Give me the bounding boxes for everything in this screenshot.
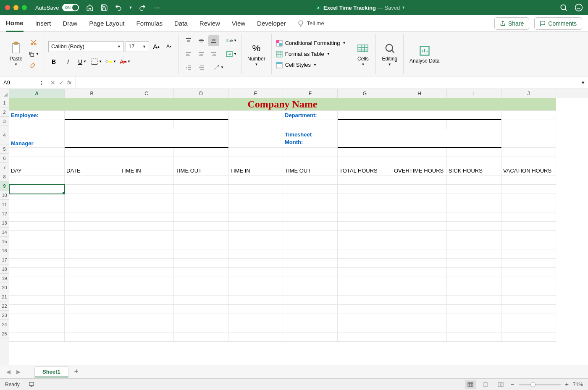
cell[interactable]: [283, 286, 338, 296]
cell[interactable]: [228, 259, 283, 268]
cell[interactable]: [501, 240, 556, 249]
row-header[interactable]: 16: [0, 246, 9, 255]
cell[interactable]: [447, 175, 501, 185]
cell[interactable]: [174, 277, 228, 286]
enter-formula-icon[interactable]: ✓: [59, 79, 64, 86]
cell[interactable]: [119, 203, 174, 212]
cell[interactable]: [9, 332, 65, 342]
cell[interactable]: [501, 305, 556, 314]
editing-button[interactable]: Editing ▼: [380, 41, 399, 67]
cell[interactable]: [9, 296, 65, 305]
cell[interactable]: [228, 120, 283, 129]
cut-button[interactable]: [28, 37, 39, 47]
cell[interactable]: [119, 240, 174, 249]
row-header[interactable]: 6: [0, 154, 9, 163]
table-header-cell[interactable]: VACATION HOURS: [501, 166, 556, 175]
department-label[interactable]: Department:: [283, 111, 338, 120]
cell[interactable]: [283, 240, 338, 249]
cell[interactable]: [65, 314, 119, 323]
cell[interactable]: [283, 259, 338, 268]
cell[interactable]: [338, 194, 392, 203]
merge-button[interactable]: ▼: [226, 49, 237, 60]
cell[interactable]: [447, 268, 501, 277]
cell[interactable]: [65, 194, 119, 203]
cell[interactable]: [228, 212, 283, 222]
table-header-cell[interactable]: TIME OUT: [283, 166, 338, 175]
employee-label[interactable]: Employee:: [9, 111, 65, 120]
cell[interactable]: [119, 231, 174, 240]
number-format-button[interactable]: % Number ▼: [246, 41, 267, 67]
row-header[interactable]: 13: [0, 218, 9, 228]
cell[interactable]: [174, 148, 228, 157]
cell[interactable]: [65, 286, 119, 296]
cell[interactable]: [501, 277, 556, 286]
cell[interactable]: [283, 148, 338, 157]
cell[interactable]: [9, 148, 65, 157]
cell[interactable]: [338, 305, 392, 314]
name-box[interactable]: A9 ▴▾: [0, 76, 46, 89]
row-header[interactable]: 21: [0, 292, 9, 301]
cell[interactable]: [447, 157, 501, 166]
copy-button[interactable]: ▼: [28, 49, 39, 59]
cell[interactable]: [174, 157, 228, 166]
cell[interactable]: [392, 203, 447, 212]
cell[interactable]: [65, 212, 119, 222]
align-top-button[interactable]: [183, 35, 194, 46]
expand-formula-bar-icon[interactable]: ▾: [578, 76, 588, 89]
cell[interactable]: [119, 314, 174, 323]
cell[interactable]: [65, 148, 119, 157]
row-header[interactable]: 22: [0, 301, 9, 311]
cell[interactable]: [174, 314, 228, 323]
row-header[interactable]: 17: [0, 255, 9, 264]
cell[interactable]: [447, 323, 501, 332]
row-header[interactable]: 15: [0, 237, 9, 246]
cell[interactable]: [9, 157, 65, 166]
tab-draw[interactable]: Draw: [63, 15, 77, 31]
row-header[interactable]: 24: [0, 320, 9, 329]
cell[interactable]: [65, 268, 119, 277]
cell[interactable]: [174, 296, 228, 305]
cell[interactable]: [392, 249, 447, 259]
cell[interactable]: [283, 175, 338, 185]
cell[interactable]: [9, 323, 65, 332]
increase-indent-button[interactable]: [196, 62, 207, 73]
cell[interactable]: [119, 332, 174, 342]
font-size-combo[interactable]: 17▼: [126, 41, 149, 52]
row-header[interactable]: 18: [0, 264, 9, 274]
company-name-cell[interactable]: Company Name: [9, 98, 556, 111]
cell[interactable]: [119, 148, 174, 157]
cell[interactable]: [9, 212, 65, 222]
add-sheet-button[interactable]: +: [70, 367, 83, 376]
align-right-button[interactable]: [208, 49, 219, 60]
employee-input[interactable]: [65, 111, 228, 120]
page-layout-view-button[interactable]: [480, 380, 491, 389]
cell[interactable]: [228, 111, 283, 120]
redo-icon[interactable]: [138, 3, 147, 12]
cell[interactable]: [228, 314, 283, 323]
row-header[interactable]: 3: [0, 117, 9, 126]
zoom-out-button[interactable]: −: [510, 381, 514, 388]
tab-review[interactable]: Review: [200, 15, 220, 31]
row-header[interactable]: 11: [0, 200, 9, 209]
column-header[interactable]: E: [228, 89, 283, 98]
cell[interactable]: [228, 305, 283, 314]
cell[interactable]: [174, 175, 228, 185]
cell[interactable]: [283, 314, 338, 323]
cell[interactable]: [447, 249, 501, 259]
cell[interactable]: [174, 194, 228, 203]
cell[interactable]: [119, 268, 174, 277]
cell[interactable]: [228, 296, 283, 305]
cell[interactable]: [501, 212, 556, 222]
cell[interactable]: [9, 249, 65, 259]
cell[interactable]: [338, 231, 392, 240]
zoom-in-button[interactable]: +: [565, 381, 569, 388]
row-header[interactable]: 5: [0, 144, 9, 154]
cell[interactable]: [338, 120, 392, 129]
cell[interactable]: [65, 323, 119, 332]
cell[interactable]: [338, 222, 392, 231]
cell[interactable]: [338, 203, 392, 212]
cell[interactable]: [283, 296, 338, 305]
cell[interactable]: [283, 157, 338, 166]
cell[interactable]: [9, 259, 65, 268]
cell[interactable]: [338, 240, 392, 249]
